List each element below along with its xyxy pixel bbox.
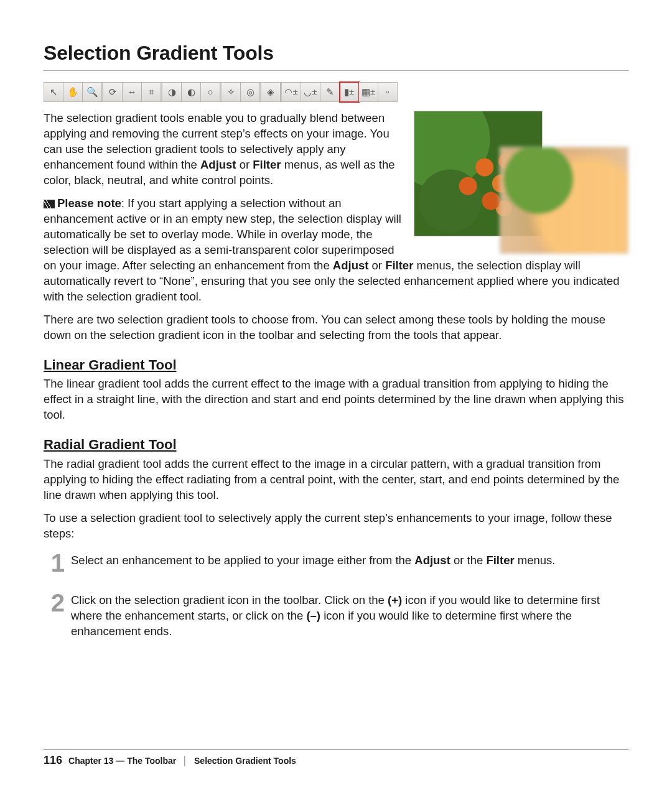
radial-gradient-body: The radial gradient tool adds the curren… [44,457,628,503]
straighten-icon[interactable]: ↔ [123,82,142,102]
example-figure [414,111,628,254]
steps-list: 1 Select an enhancement to be applied to… [44,551,628,639]
hand-icon[interactable]: ✋ [63,82,83,102]
auto-retouch-icon[interactable]: ✧ [222,82,241,102]
color-picker-icon[interactable]: ◈ [261,82,281,102]
overflow-icon[interactable]: ▫ [378,82,398,102]
footer-separator: │ [182,755,188,767]
linear-gradient-icon[interactable]: ▮± [340,82,359,102]
note-icon [44,200,55,208]
example-photo-blurred [500,147,628,254]
radial-gradient-heading: Radial Gradient Tool [44,435,628,454]
black-point-icon[interactable]: ◑ [162,82,182,102]
note-label: Please note [57,197,121,210]
redeye-icon[interactable]: ◎ [241,82,260,102]
howto-intro: To use a selection gradient tool to sele… [44,511,628,542]
step-text: Click on the selection gradient icon in … [71,590,628,639]
page-number: 116 [44,753,62,768]
title-rule [44,70,628,71]
white-point-icon[interactable]: ○ [201,82,220,102]
brush-icon[interactable]: ✎ [320,82,340,102]
step-2: 2 Click on the selection gradient icon i… [44,590,628,639]
intro-paragraph-3: There are two selection gradient tools t… [44,312,628,343]
toolbar: ↖✋🔍⟳↔⌗◑◐○✧◎◈◠±◡±✎▮±▦±▫ [44,82,628,102]
linear-gradient-body: The linear gradient tool adds the curren… [44,376,628,423]
document-page: Selection Gradient Tools ↖✋🔍⟳↔⌗◑◐○✧◎◈◠±◡… [0,0,672,790]
linear-gradient-heading: Linear Gradient Tool [44,356,628,374]
page-footer: 116 Chapter 13 — The Toolbar │ Selection… [44,750,628,768]
magnifier-icon[interactable]: 🔍 [83,82,102,102]
pointer-icon[interactable]: ↖ [44,82,63,102]
neutral-point-icon[interactable]: ◐ [182,82,201,102]
crop-icon[interactable]: ⌗ [142,82,161,102]
step-1: 1 Select an enhancement to be applied to… [44,551,628,575]
step-text: Select an enhancement to be applied to y… [71,551,628,575]
intro-section: The selection gradient tools enable you … [44,111,628,343]
footer-chapter: Chapter 13 — The Toolbar [68,755,176,767]
page-title: Selection Gradient Tools [44,40,628,67]
step-number: 2 [44,590,65,639]
lasso-plus-icon[interactable]: ◠± [282,82,301,102]
rotate-icon[interactable]: ⟳ [103,82,123,102]
lasso-minus-icon[interactable]: ◡± [301,82,320,102]
radial-gradient-icon[interactable]: ▦± [359,82,378,102]
footer-section: Selection Gradient Tools [194,755,296,767]
step-number: 1 [44,551,65,575]
